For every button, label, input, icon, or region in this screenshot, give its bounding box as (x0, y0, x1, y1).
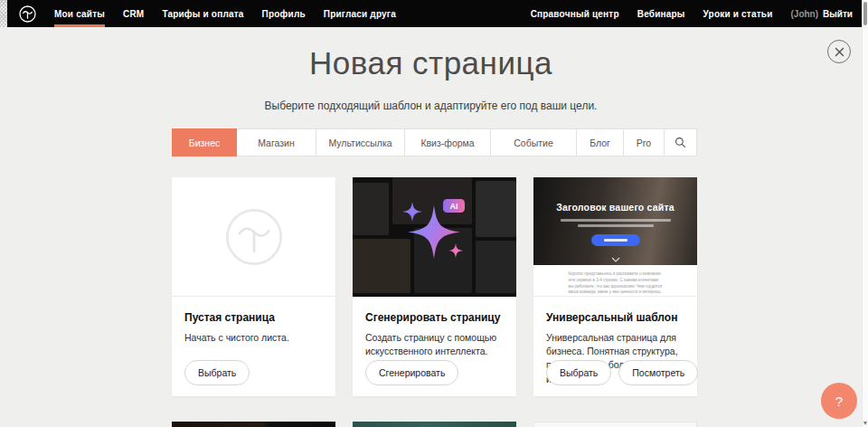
partial-card[interactable] (353, 422, 516, 427)
nav-item-invite-friend[interactable]: Пригласи друга (315, 0, 405, 27)
card-description: Создать страницу с помощью искусственног… (365, 331, 504, 358)
template-category-tabs: Бизнес Магазин Мультиссылка Квиз-форма С… (172, 128, 697, 157)
scrollbar-down-arrow[interactable] (863, 422, 867, 425)
tab-event[interactable]: Событие (491, 128, 577, 157)
tab-shop[interactable]: Магазин (237, 128, 316, 157)
tab-pro[interactable]: Pro (624, 128, 665, 157)
card-actions: Выбрать Посмотреть (546, 360, 698, 385)
generate-button[interactable]: Сгенерировать (365, 360, 458, 385)
card-actions: Выбрать (184, 360, 250, 385)
select-blank-button[interactable]: Выбрать (184, 360, 250, 385)
tab-business[interactable]: Бизнес (172, 128, 237, 157)
user-name: (John) (781, 9, 821, 19)
top-navigation: Мои сайты CRM Тарифы и оплата Профиль Пр… (7, 0, 862, 27)
template-hero-subtext-line (578, 224, 654, 227)
close-button[interactable] (827, 40, 851, 63)
scrollbar[interactable] (862, 0, 868, 427)
nav-item-webinars[interactable]: Вебинары (628, 0, 694, 27)
search-icon (675, 137, 686, 148)
ai-generate-preview[interactable]: AI (353, 177, 516, 297)
select-universal-button[interactable]: Выбрать (546, 360, 611, 385)
tab-multilink[interactable]: Мультиссылка (316, 128, 405, 157)
card-info: Универсальный шаблон Универсальная стран… (533, 297, 697, 396)
card-info: Сгенерировать страницу Создать страницу … (353, 297, 516, 396)
help-button[interactable]: ? (821, 383, 857, 419)
partial-card[interactable] (533, 422, 697, 427)
template-body-text: Коротко представьтесь и расскажите о ком… (569, 271, 663, 296)
partial-card[interactable] (172, 422, 335, 427)
tilda-watermark-icon (225, 208, 283, 266)
background-texture (0, 0, 7, 27)
card-title: Универсальный шаблон (546, 311, 684, 324)
card-ai-generate: AI Сгенерировать страницу Создать страни… (353, 177, 516, 396)
template-hero-button (591, 234, 640, 246)
page-title: Новая страница (0, 45, 862, 81)
card-description: Начать с чистого листа. (184, 331, 323, 345)
page-subtitle: Выберите подходящий шаблон и адаптируйте… (0, 100, 862, 112)
card-actions: Сгенерировать (365, 360, 458, 385)
card-title: Сгенерировать страницу (365, 311, 504, 324)
tab-quiz-form[interactable]: Квиз-форма (405, 128, 491, 157)
close-icon (835, 47, 844, 57)
nav-item-crm[interactable]: CRM (114, 0, 153, 27)
card-blank-page: Пустая страница Начать с чистого листа. … (172, 177, 335, 396)
ai-badge-label: AI (450, 202, 458, 211)
universal-template-preview[interactable]: Заголовок вашего сайта Коротко представь… (533, 177, 697, 297)
template-hero-subtext-line (561, 219, 671, 222)
nav-right-group: Справочный центр Вебинары Уроки и статьи… (522, 0, 854, 27)
card-info: Пустая страница Начать с чистого листа. … (172, 297, 335, 396)
ai-sparkle-icon: AI (400, 197, 468, 262)
new-page-modal: Мои сайты CRM Тарифы и оплата Профиль Пр… (0, 0, 868, 427)
tab-search[interactable] (665, 128, 697, 157)
template-hero-heading: Заголовок вашего сайта (533, 177, 697, 213)
scrollbar-thumb[interactable] (863, 2, 867, 25)
logout-link[interactable]: Выйти (821, 9, 854, 19)
tilda-logo-icon[interactable] (19, 5, 36, 23)
tab-blog[interactable]: Блог (577, 128, 624, 157)
nav-item-tariffs[interactable]: Тарифы и оплата (153, 0, 252, 27)
nav-item-my-sites[interactable]: Мои сайты (45, 0, 114, 27)
template-hero: Заголовок вашего сайта (533, 177, 697, 265)
blank-page-preview[interactable] (172, 177, 335, 297)
preview-universal-button[interactable]: Посмотреть (618, 360, 698, 385)
template-cards-row: Пустая страница Начать с чистого листа. … (172, 177, 697, 396)
nav-item-profile[interactable]: Профиль (253, 0, 315, 27)
nav-item-help-center[interactable]: Справочный центр (522, 0, 628, 27)
template-hero-button-label-bar (604, 239, 627, 242)
template-body-section: Коротко представьтесь и расскажите о ком… (533, 265, 697, 297)
chevron-down-icon (611, 257, 620, 262)
card-title: Пустая страница (184, 311, 323, 324)
card-universal-template: Заголовок вашего сайта Коротко представь… (533, 177, 697, 396)
nav-item-lessons[interactable]: Уроки и статьи (694, 0, 782, 27)
